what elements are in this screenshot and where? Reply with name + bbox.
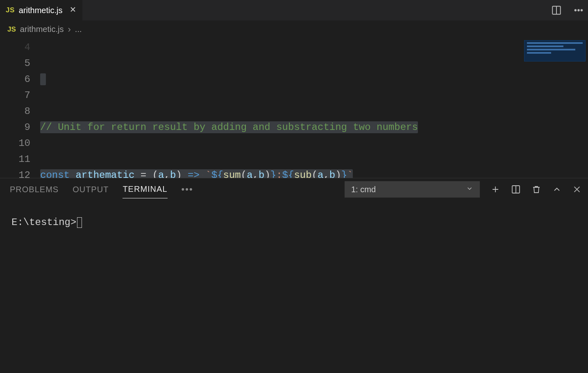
svg-point-3 (578, 9, 579, 11)
line-number: 9 (0, 119, 30, 135)
close-panel-icon[interactable] (572, 185, 581, 194)
line-number: 10 (0, 135, 30, 151)
code-line: //·Unit·for·return·result·by·adding·and·… (40, 119, 418, 135)
code-line (40, 71, 418, 87)
split-editor-icon[interactable] (551, 5, 562, 16)
js-file-icon: JS (6, 6, 15, 14)
tab-problems[interactable]: PROBLEMS (10, 181, 59, 198)
tab-bar: JS arithmetic.js (0, 0, 588, 20)
close-tab-icon[interactable] (67, 6, 77, 15)
line-number: 5 (0, 55, 30, 71)
line-number: 4 (0, 39, 30, 55)
minimap[interactable] (524, 40, 586, 61)
chevron-down-icon (466, 185, 473, 194)
new-terminal-icon[interactable] (490, 184, 500, 194)
editor-tab-arithmetic[interactable]: JS arithmetic.js (0, 0, 83, 20)
line-number: 6 (0, 71, 30, 87)
line-number-gutter: 4 5 6 7 8 9 10 11 12 (0, 39, 40, 178)
chevron-right-icon: › (68, 24, 71, 35)
terminal-selector[interactable]: 1: cmd (345, 181, 480, 198)
split-terminal-icon[interactable] (511, 184, 521, 194)
terminal[interactable]: E:\testing> (0, 200, 588, 373)
line-number: 12 (0, 167, 30, 178)
svg-point-4 (581, 9, 582, 11)
terminal-selector-label: 1: cmd (351, 185, 376, 194)
panel-tab-bar: PROBLEMS OUTPUT TERMINAL ••• 1: cmd (0, 178, 588, 200)
breadcrumb[interactable]: JS arithmetic.js › ... (0, 20, 588, 39)
panel-more-icon[interactable]: ••• (182, 184, 193, 195)
js-file-icon: JS (7, 25, 16, 34)
editor-actions (551, 0, 584, 20)
line-number: 11 (0, 151, 30, 167)
tab-terminal[interactable]: TERMINAL (123, 180, 167, 198)
kill-terminal-icon[interactable] (531, 184, 541, 194)
maximize-panel-icon[interactable] (552, 184, 562, 194)
terminal-prompt: E:\testing> (11, 217, 76, 228)
breadcrumb-file: arithmetic.js (20, 25, 64, 34)
terminal-cursor (77, 217, 82, 228)
more-actions-icon[interactable] (573, 5, 584, 16)
terminal-actions: 1: cmd (345, 178, 581, 200)
svg-point-2 (574, 9, 576, 11)
code-content[interactable]: //·Unit·for·return·result·by·adding·and·… (40, 39, 418, 178)
line-number: 7 (0, 87, 30, 103)
line-number: 8 (0, 103, 30, 119)
breadcrumb-symbol: ... (75, 25, 82, 34)
code-line: const·arthematic·=·(a,b)·=>·`${sum(a,b)}… (40, 167, 418, 178)
bottom-panel: PROBLEMS OUTPUT TERMINAL ••• 1: cmd (0, 178, 588, 373)
code-editor[interactable]: 4 5 6 7 8 9 10 11 12 //·Unit·for·return·… (0, 39, 588, 178)
tab-title: arithmetic.js (19, 6, 63, 15)
tab-output[interactable]: OUTPUT (73, 181, 109, 198)
